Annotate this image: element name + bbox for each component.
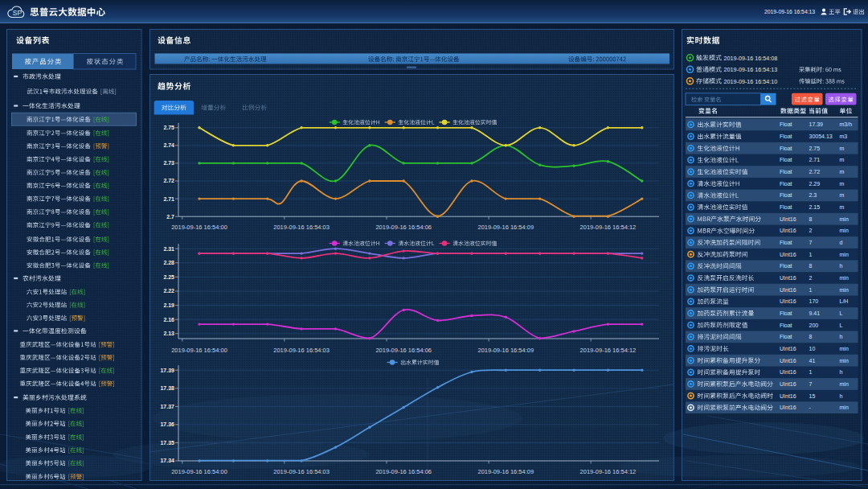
svg-text:Float: Float <box>780 192 792 198</box>
svg-text:2019-09-16 16:54:09: 2019-09-16 16:54:09 <box>478 224 534 231</box>
svg-text:Float: Float <box>780 323 792 328</box>
svg-text:2019-09-16 16:54:03: 2019-09-16 16:54:03 <box>273 224 330 231</box>
svg-text:UInt16: UInt16 <box>780 252 796 257</box>
svg-text:UInt16: UInt16 <box>780 405 796 410</box>
svg-text:2.71: 2.71 <box>163 196 174 202</box>
svg-text:2019-09-16 16:54:06: 2019-09-16 16:54:06 <box>375 468 432 475</box>
svg-text:UInt16: UInt16 <box>780 369 796 375</box>
svg-text:2.72: 2.72 <box>809 169 821 175</box>
svg-text:min: min <box>840 216 849 222</box>
svg-text:2.16: 2.16 <box>163 317 174 323</box>
svg-text:UInt16: UInt16 <box>780 358 796 364</box>
svg-text:200: 200 <box>809 323 819 328</box>
svg-text:2.15: 2.15 <box>809 204 821 210</box>
svg-text:UInt16: UInt16 <box>780 298 796 304</box>
svg-text:8: 8 <box>809 334 813 339</box>
svg-text:min: min <box>840 358 849 364</box>
svg-text:7: 7 <box>809 381 813 387</box>
svg-text:8: 8 <box>809 216 813 222</box>
svg-text:UInt16: UInt16 <box>780 228 796 233</box>
svg-text:2.3: 2.3 <box>809 192 817 198</box>
svg-text:2.74: 2.74 <box>163 142 174 148</box>
svg-text:17.35: 17.35 <box>160 440 174 446</box>
svg-text:2.29: 2.29 <box>809 181 821 187</box>
svg-text:2019-09-16 16:54:09: 2019-09-16 16:54:09 <box>478 468 534 475</box>
svg-text:Float: Float <box>780 157 792 162</box>
svg-text:17.36: 17.36 <box>160 421 174 427</box>
svg-text:2.31: 2.31 <box>163 246 174 252</box>
svg-text:2019-09-16 16:54:09: 2019-09-16 16:54:09 <box>478 347 534 354</box>
svg-text:L/H: L/H <box>840 298 849 304</box>
svg-text:1: 1 <box>809 287 813 293</box>
svg-text:d: d <box>840 240 843 245</box>
svg-text:Float: Float <box>780 334 792 339</box>
svg-text:h: h <box>840 369 843 375</box>
svg-text:UInt16: UInt16 <box>780 287 796 293</box>
svg-text:17.37: 17.37 <box>160 404 174 409</box>
svg-text:L: L <box>840 323 843 328</box>
svg-text:2019-09-16 16:54:12: 2019-09-16 16:54:12 <box>580 347 637 354</box>
svg-text:m: m <box>840 181 845 187</box>
svg-text:min: min <box>840 287 849 293</box>
svg-text:m: m <box>840 204 845 210</box>
svg-text:10: 10 <box>809 346 816 351</box>
svg-text:17.39: 17.39 <box>160 368 174 373</box>
svg-text:Float: Float <box>780 204 792 210</box>
svg-text:SP: SP <box>13 9 23 17</box>
svg-text:2019-09-16 16:54:08: 2019-09-16 16:54:08 <box>724 55 778 62</box>
svg-text:Float: Float <box>780 169 792 175</box>
svg-text:m: m <box>840 157 845 162</box>
svg-text:Float: Float <box>780 134 792 139</box>
svg-text:h: h <box>840 393 843 399</box>
svg-text:2.7: 2.7 <box>166 214 174 220</box>
svg-text:2.75: 2.75 <box>163 125 174 130</box>
svg-text:2.13: 2.13 <box>163 331 174 336</box>
svg-text:m: m <box>840 146 845 151</box>
svg-text:min: min <box>840 252 849 257</box>
svg-text:170: 170 <box>809 298 819 304</box>
svg-text:2.25: 2.25 <box>163 274 174 280</box>
svg-text:2: 2 <box>809 275 813 281</box>
svg-text:2019-09-16 16:54:00: 2019-09-16 16:54:00 <box>171 347 227 354</box>
svg-text:2.71: 2.71 <box>809 157 821 162</box>
svg-text:17.38: 17.38 <box>160 385 174 391</box>
svg-text:Float: Float <box>780 181 792 187</box>
svg-text:Float: Float <box>780 263 792 269</box>
svg-text:7: 7 <box>809 240 813 245</box>
svg-text:2.73: 2.73 <box>163 160 174 166</box>
svg-text:2.28: 2.28 <box>163 260 174 265</box>
svg-text:UInt16: UInt16 <box>780 381 796 387</box>
svg-text:2019-09-16 16:54:13: 2019-09-16 16:54:13 <box>724 66 778 73</box>
svg-text:min: min <box>840 275 849 281</box>
svg-text:9.41: 9.41 <box>809 310 821 316</box>
svg-text:2019-09-16 16:54:06: 2019-09-16 16:54:06 <box>375 347 432 354</box>
svg-text:15: 15 <box>809 393 816 399</box>
svg-text:8: 8 <box>809 263 813 269</box>
svg-text:2.75: 2.75 <box>809 146 821 151</box>
svg-text:L: L <box>840 310 843 316</box>
svg-text:2019-09-16 16:54:10: 2019-09-16 16:54:10 <box>724 78 778 85</box>
svg-text:2: 2 <box>809 228 813 233</box>
svg-text:UInt16: UInt16 <box>780 346 796 351</box>
svg-text:h: h <box>840 263 843 269</box>
svg-text:UInt16: UInt16 <box>780 216 796 222</box>
svg-text:h: h <box>840 334 843 339</box>
svg-text:min: min <box>840 228 849 233</box>
svg-text:m: m <box>840 169 845 175</box>
svg-text:2019-09-16 16:54:12: 2019-09-16 16:54:12 <box>580 224 637 231</box>
svg-text:UInt16: UInt16 <box>780 275 796 281</box>
svg-text:2.22: 2.22 <box>163 288 174 294</box>
svg-text:2019-09-16 16:54:03: 2019-09-16 16:54:03 <box>273 468 330 475</box>
svg-text:2.72: 2.72 <box>163 178 174 183</box>
svg-text:Float: Float <box>780 310 792 316</box>
svg-text:2019-09-16 16:54:06: 2019-09-16 16:54:06 <box>375 224 432 231</box>
svg-text:17.34: 17.34 <box>160 458 174 463</box>
svg-text:17.39: 17.39 <box>809 121 824 127</box>
svg-text:min: min <box>840 346 849 351</box>
svg-text:min: min <box>840 405 849 410</box>
svg-text:2019-09-16 16:54:12: 2019-09-16 16:54:12 <box>580 468 637 475</box>
svg-text:Float: Float <box>780 121 792 127</box>
svg-text:2019-09-16 16:54:03: 2019-09-16 16:54:03 <box>273 347 330 354</box>
svg-text:2019-09-16 16:54:13: 2019-09-16 16:54:13 <box>764 9 815 14</box>
svg-text:1: 1 <box>809 369 813 375</box>
